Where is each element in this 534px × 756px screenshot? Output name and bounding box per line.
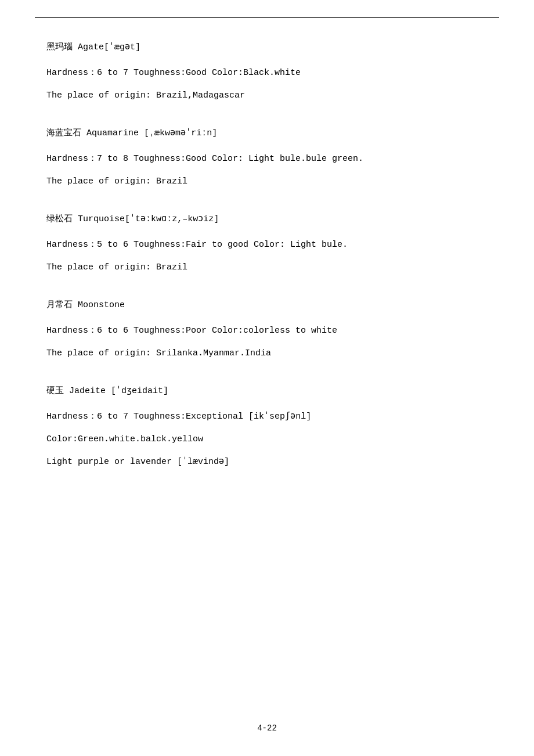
gem-extra-jadeite: Light purple or lavender [ˈlævində] (46, 454, 488, 470)
gem-hardness-aquamarine: Hardness：7 to 8 Toughness:Good Color: Li… (46, 151, 488, 167)
gem-hardness-turquoise: Hardness：5 to 6 Toughness:Fair to good C… (46, 237, 488, 253)
page-content: 黑玛瑙 Agate[ˈægət] Hardness：6 to 7 Toughne… (0, 0, 534, 539)
gem-entry-turquoise: 绿松石 Turquoise[ˈtəːkwɑːz,–kwɔiz] Hardness… (46, 213, 488, 275)
gem-origin-agate: The place of origin: Brazil,Madagascar (46, 88, 488, 103)
gem-entry-agate: 黑玛瑙 Agate[ˈægət] Hardness：6 to 7 Toughne… (46, 41, 488, 103)
gem-hardness-jadeite: Hardness：6 to 7 Toughness:Exceptional [i… (46, 409, 488, 424)
gem-title-agate: 黑玛瑙 Agate[ˈægət] (46, 41, 488, 55)
gem-entry-aquamarine: 海蓝宝石 Aquamarine [ˌækwəməˈriːn] Hardness：… (46, 127, 488, 189)
gem-hardness-agate: Hardness：6 to 7 Toughness:Good Color:Bla… (46, 65, 488, 81)
gem-origin-moonstone: The place of origin: Srilanka.Myanmar.In… (46, 345, 488, 361)
gem-origin-turquoise: The place of origin: Brazil (46, 260, 488, 275)
gem-title-moonstone: 月常石 Moonstone (46, 298, 488, 312)
top-border (35, 17, 499, 18)
gem-title-aquamarine: 海蓝宝石 Aquamarine [ˌækwəməˈriːn] (46, 127, 488, 141)
gem-color-jadeite: Color:Green.white.balck.yellow (46, 431, 488, 447)
page-number: 4-22 (257, 723, 277, 733)
gem-hardness-moonstone: Hardness：6 to 6 Toughness:Poor Color:col… (46, 323, 488, 339)
gem-title-turquoise: 绿松石 Turquoise[ˈtəːkwɑːz,–kwɔiz] (46, 213, 488, 226)
gem-origin-aquamarine: The place of origin: Brazil (46, 174, 488, 189)
gem-entry-jadeite: 硬玉 Jadeite [ˈdʒeidait] Hardness：6 to 7 T… (46, 384, 488, 470)
gem-title-jadeite: 硬玉 Jadeite [ˈdʒeidait] (46, 384, 488, 398)
gem-entry-moonstone: 月常石 Moonstone Hardness：6 to 6 Toughness:… (46, 298, 488, 361)
